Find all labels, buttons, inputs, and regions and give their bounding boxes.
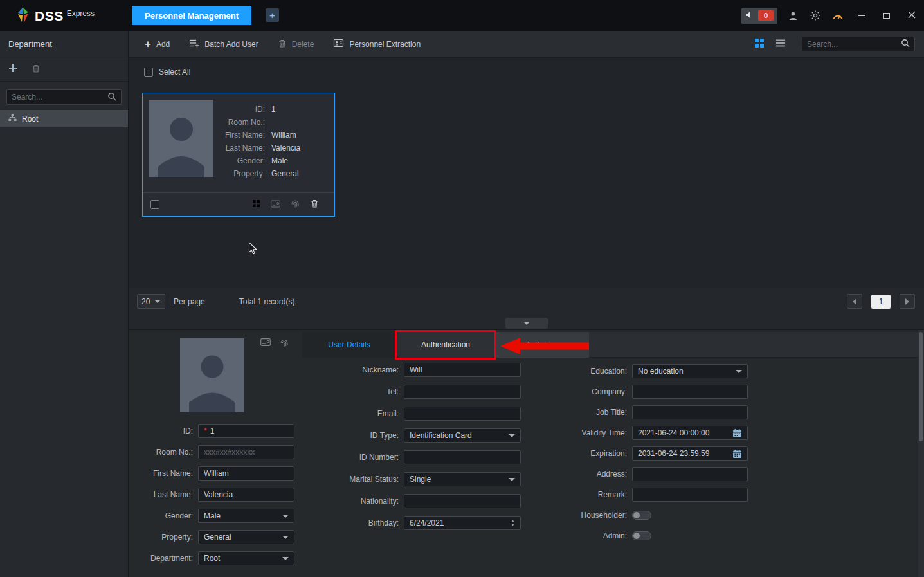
search-icon[interactable] xyxy=(107,92,116,103)
delete-user-button[interactable]: Delete xyxy=(278,39,314,50)
nationality-field[interactable] xyxy=(404,494,521,508)
validity-time-picker[interactable]: 2021-06-24 00:00:00 xyxy=(632,426,748,440)
scrollbar-thumb[interactable] xyxy=(919,332,923,441)
pagination-bar: 20 Per page Total 1 record(s). 1 xyxy=(129,288,924,315)
new-tab-button[interactable]: + xyxy=(266,8,279,22)
delete-department-icon[interactable] xyxy=(32,64,41,75)
nickname-field[interactable] xyxy=(404,363,521,377)
first-name-field[interactable] xyxy=(198,466,294,481)
personnel-extraction-icon xyxy=(333,39,344,50)
chevron-down-icon xyxy=(736,370,742,373)
prev-page-button[interactable] xyxy=(847,294,862,309)
minimize-button[interactable] xyxy=(853,7,870,24)
trash-icon xyxy=(278,39,287,50)
calendar-icon[interactable] xyxy=(732,428,742,438)
id-number-field[interactable] xyxy=(404,450,521,464)
person-avatar xyxy=(149,100,213,179)
chevron-down-icon xyxy=(154,300,161,303)
details-icon[interactable] xyxy=(252,199,260,210)
card-icon[interactable] xyxy=(260,338,271,349)
spinner-arrows-icon[interactable]: ▲ ▼ xyxy=(511,519,515,527)
remark-field[interactable] xyxy=(632,488,748,502)
id-type-select[interactable]: Identification Card xyxy=(404,428,521,443)
user-account-icon[interactable] xyxy=(786,8,800,23)
close-button[interactable] xyxy=(903,7,920,24)
calendar-icon[interactable] xyxy=(732,449,742,459)
tab-authorize[interactable]: Authorize xyxy=(495,332,589,358)
person-card-checkbox[interactable] xyxy=(150,200,159,209)
person-card-fields: ID:1 Room No.: First Name:William Last N… xyxy=(213,100,328,179)
tab-authentication[interactable]: Authentication xyxy=(399,332,493,358)
department-search-input[interactable] xyxy=(12,93,107,102)
id-field[interactable]: * 1 xyxy=(198,424,294,438)
tab-personnel-management[interactable]: Personnel Management xyxy=(132,6,251,25)
field-label: ID: xyxy=(213,105,265,114)
card-icon[interactable] xyxy=(271,200,280,210)
fingerprint-icon[interactable] xyxy=(291,199,300,210)
per-page-select[interactable]: 20 xyxy=(137,294,165,309)
personnel-toolbar: + Add Batch Add User Delete Personnel E xyxy=(129,31,924,58)
next-page-button[interactable] xyxy=(900,294,915,309)
remark-label: Remark: xyxy=(530,490,627,499)
chevron-down-icon xyxy=(509,434,515,437)
tel-field[interactable] xyxy=(404,385,521,399)
sidebar-item-label: Root xyxy=(22,114,38,124)
alarm-count-badge: 0 xyxy=(758,10,774,21)
batch-add-label: Batch Add User xyxy=(204,40,258,49)
sidebar-item-root[interactable]: Root xyxy=(0,110,128,127)
householder-toggle[interactable] xyxy=(632,511,651,520)
detail-avatar[interactable] xyxy=(180,338,244,412)
expiration-picker[interactable]: 2031-06-24 23:59:59 xyxy=(632,446,748,461)
alarm-sound-button[interactable]: 0 xyxy=(741,8,777,24)
delete-label: Delete xyxy=(292,40,314,49)
room-no-field[interactable] xyxy=(198,445,294,459)
select-all-checkbox[interactable] xyxy=(144,68,153,77)
fingerprint-icon[interactable] xyxy=(280,338,289,349)
delete-icon[interactable] xyxy=(310,199,319,210)
personnel-search-input[interactable] xyxy=(807,40,901,49)
title-bar: DSS Express Personnel Management + 0 xyxy=(0,0,924,31)
marital-status-select[interactable]: Single xyxy=(404,472,521,486)
person-card[interactable]: ID:1 Room No.: First Name:William Last N… xyxy=(142,93,335,217)
required-marker: * xyxy=(204,426,207,435)
batch-add-user-button[interactable]: Batch Add User xyxy=(189,39,258,50)
list-view-icon[interactable] xyxy=(775,39,786,50)
performance-gauge-icon[interactable] xyxy=(831,8,845,23)
field-value: 1 xyxy=(271,105,276,114)
collapse-detail-button[interactable] xyxy=(505,318,548,329)
field-label: Gender: xyxy=(213,157,265,165)
tab-user-details[interactable]: User Details xyxy=(302,332,396,358)
detail-scrollbar[interactable] xyxy=(918,330,924,577)
settings-gear-icon[interactable] xyxy=(808,8,822,23)
maximize-button[interactable] xyxy=(878,7,895,24)
property-select[interactable]: General xyxy=(198,530,294,544)
department-sidebar: Department Root xyxy=(0,31,129,577)
grid-view-icon[interactable] xyxy=(754,38,765,50)
detail-right-form: Education: No education Company: Job Tit… xyxy=(530,364,748,543)
speaker-icon xyxy=(745,10,754,21)
gender-select[interactable]: Male xyxy=(198,509,294,523)
person-card-actions xyxy=(252,199,319,210)
dss-logo-icon xyxy=(15,6,31,25)
last-name-field[interactable] xyxy=(198,488,294,502)
panel-divider xyxy=(129,315,924,329)
select-all-control[interactable]: Select All xyxy=(144,68,190,77)
add-department-icon[interactable] xyxy=(8,64,17,75)
chevron-down-icon xyxy=(282,515,289,518)
add-user-button[interactable]: + Add xyxy=(145,40,170,49)
field-label: Last Name: xyxy=(213,144,265,152)
app-name: DSS xyxy=(35,8,64,24)
id-number-label: ID Number: xyxy=(302,453,399,462)
email-field[interactable] xyxy=(404,407,521,421)
education-select[interactable]: No education xyxy=(632,364,748,378)
search-icon[interactable] xyxy=(901,39,910,50)
job-title-field[interactable] xyxy=(632,405,748,419)
personnel-extraction-button[interactable]: Personnel Extraction xyxy=(333,39,421,50)
admin-toggle[interactable] xyxy=(632,531,651,540)
address-field[interactable] xyxy=(632,467,748,481)
field-label: Room No.: xyxy=(213,118,265,127)
department-select[interactable]: Root xyxy=(198,551,294,565)
current-page-button[interactable]: 1 xyxy=(871,295,891,309)
company-field[interactable] xyxy=(632,385,748,399)
birthday-stepper[interactable]: 6/24/2021 ▲ ▼ xyxy=(404,516,521,530)
